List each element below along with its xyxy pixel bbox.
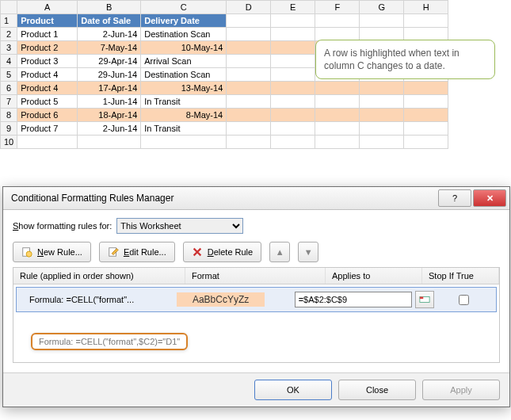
- cell[interactable]: [404, 122, 448, 136]
- cell[interactable]: [360, 28, 404, 41]
- cell[interactable]: [315, 14, 360, 28]
- cell[interactable]: [404, 28, 448, 41]
- cell[interactable]: In Transit: [141, 122, 227, 136]
- row-header-1[interactable]: 1: [1, 14, 17, 28]
- cell[interactable]: Product 3: [17, 55, 78, 68]
- cell[interactable]: [227, 14, 271, 28]
- cell[interactable]: Arrival Scan: [141, 55, 227, 68]
- callout-text: A row is highlighted when text in column…: [324, 48, 460, 71]
- col-header-E[interactable]: E: [271, 1, 315, 14]
- cell[interactable]: Product: [17, 14, 78, 28]
- col-header-C[interactable]: C: [141, 1, 227, 14]
- cell[interactable]: 29-Jun-14: [78, 68, 141, 82]
- cell[interactable]: [360, 95, 404, 109]
- cell[interactable]: 13-May-14: [141, 82, 227, 95]
- cell[interactable]: Product 5: [17, 95, 78, 109]
- cell[interactable]: [404, 82, 448, 95]
- row-header[interactable]: 9: [1, 122, 17, 136]
- cell[interactable]: Product 4: [17, 82, 78, 95]
- cell[interactable]: [404, 109, 448, 122]
- annotation-callout: A row is highlighted when text in column…: [315, 40, 495, 79]
- cell[interactable]: 7-May-14: [78, 41, 141, 55]
- cell[interactable]: 29-Apr-14: [78, 55, 141, 68]
- row-header[interactable]: 6: [1, 82, 17, 95]
- cell[interactable]: [271, 82, 315, 95]
- cell[interactable]: 17-Apr-14: [78, 82, 141, 95]
- cell[interactable]: [404, 136, 448, 149]
- cell[interactable]: In Transit: [141, 95, 227, 109]
- table-row: 7Product 51-Jun-14In Transit: [1, 95, 448, 109]
- cell[interactable]: [315, 109, 360, 122]
- cell[interactable]: [271, 68, 315, 82]
- cell[interactable]: [227, 68, 271, 82]
- cell[interactable]: [227, 109, 271, 122]
- cell[interactable]: [315, 82, 360, 95]
- table-row: 9Product 72-Jun-14In Transit: [1, 122, 448, 136]
- row-header[interactable]: 4: [1, 55, 17, 68]
- row-header[interactable]: 2: [1, 28, 17, 41]
- cell[interactable]: [360, 136, 404, 149]
- cell[interactable]: [271, 28, 315, 41]
- cell[interactable]: [360, 14, 404, 28]
- cell[interactable]: [227, 95, 271, 109]
- cell[interactable]: [17, 136, 78, 149]
- cell[interactable]: Delivery Date: [141, 14, 227, 28]
- cell[interactable]: 1-Jun-14: [78, 95, 141, 109]
- cell[interactable]: [404, 95, 448, 109]
- cell[interactable]: 2-Jun-14: [78, 28, 141, 41]
- cell[interactable]: [271, 95, 315, 109]
- table-row: 6Product 417-Apr-1413-May-14: [1, 82, 448, 95]
- cell[interactable]: 18-Apr-14: [78, 109, 141, 122]
- cell[interactable]: [315, 95, 360, 109]
- table-header-row: 1 Product Date of Sale Delivery Date: [1, 14, 448, 28]
- cell[interactable]: [271, 109, 315, 122]
- row-header[interactable]: 7: [1, 95, 17, 109]
- cell[interactable]: [315, 136, 360, 149]
- cell[interactable]: 8-May-14: [141, 109, 227, 122]
- cell[interactable]: [271, 14, 315, 28]
- cell[interactable]: Date of Sale: [78, 14, 141, 28]
- cell[interactable]: [227, 122, 271, 136]
- cell[interactable]: [78, 136, 141, 149]
- cell[interactable]: Destination Scan: [141, 68, 227, 82]
- cell[interactable]: 2-Jun-14: [78, 122, 141, 136]
- cell[interactable]: [227, 136, 271, 149]
- row-header-10[interactable]: 10: [1, 136, 17, 149]
- col-header-B[interactable]: B: [78, 1, 141, 14]
- cell[interactable]: [271, 41, 315, 55]
- cell[interactable]: [227, 41, 271, 55]
- table-row: 2Product 12-Jun-14Destination Scan: [1, 28, 448, 41]
- cell[interactable]: [315, 122, 360, 136]
- cell[interactable]: Product 4: [17, 68, 78, 82]
- cell[interactable]: Product 7: [17, 122, 78, 136]
- cell[interactable]: [271, 122, 315, 136]
- col-header-D[interactable]: D: [227, 1, 271, 14]
- col-header-A[interactable]: A: [17, 1, 78, 14]
- row-header[interactable]: 3: [1, 41, 17, 55]
- row-header[interactable]: 8: [1, 109, 17, 122]
- cell[interactable]: [227, 82, 271, 95]
- row-header[interactable]: 5: [1, 68, 17, 82]
- col-header-H[interactable]: H: [404, 1, 448, 14]
- cell[interactable]: 10-May-14: [141, 41, 227, 55]
- cell[interactable]: Product 2: [17, 41, 78, 55]
- table-row: 8Product 618-Apr-148-May-14: [1, 109, 448, 122]
- cell[interactable]: [404, 14, 448, 28]
- cell[interactable]: [360, 109, 404, 122]
- cell[interactable]: Product 6: [17, 109, 78, 122]
- cell[interactable]: Destination Scan: [141, 28, 227, 41]
- cell[interactable]: [227, 55, 271, 68]
- cell[interactable]: [227, 28, 271, 41]
- cell[interactable]: [271, 136, 315, 149]
- select-all-cell[interactable]: [1, 1, 17, 14]
- cell[interactable]: [315, 28, 360, 41]
- col-header-F[interactable]: F: [315, 1, 360, 14]
- cell[interactable]: [271, 55, 315, 68]
- col-header-G[interactable]: G: [360, 1, 404, 14]
- cell[interactable]: [360, 122, 404, 136]
- cell[interactable]: [360, 82, 404, 95]
- cell[interactable]: [141, 136, 227, 149]
- cell[interactable]: Product 1: [17, 28, 78, 41]
